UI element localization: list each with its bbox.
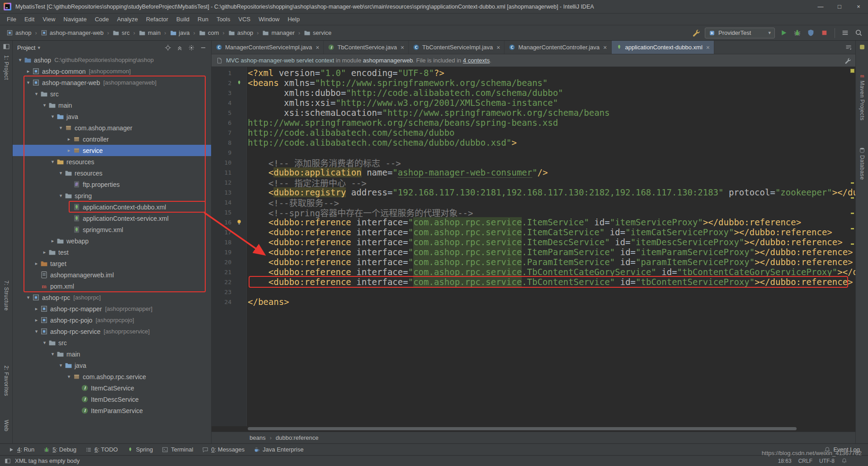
tree-item-webapp[interactable]: ▸webapp xyxy=(13,235,211,247)
nav-crumb-java[interactable]: java xyxy=(168,29,192,37)
editor-breadcrumb-dubbo:reference[interactable]: dubbo:reference xyxy=(276,434,319,441)
tree-toggle-expanded-icon[interactable]: ▾ xyxy=(41,340,48,346)
tab-list-icon[interactable] xyxy=(845,44,852,51)
tool-window-switcher-icon[interactable] xyxy=(3,43,10,50)
tree-toggle-expanded-icon[interactable]: ▾ xyxy=(33,328,40,334)
toolwindow-button-event-log[interactable]: Event Log xyxy=(820,446,864,453)
code-line-10[interactable]: 10 <!-- 添加服务消费者的标志 --> xyxy=(212,157,855,167)
tree-item-test[interactable]: ▸test xyxy=(13,247,211,258)
toolwindow-button-spring[interactable]: Spring xyxy=(123,446,158,453)
stripe-favorites-button[interactable]: 2: Favorites xyxy=(3,366,9,396)
toolwindow-button-4-run[interactable]: 4: Run xyxy=(4,446,39,453)
code-line-4[interactable]: 4 xmlns:xsi="http://www.w3.org/2001/XMLS… xyxy=(212,98,855,108)
tree-item-main[interactable]: ▾main xyxy=(13,100,211,111)
code-line-20[interactable]: 20 <dubbo:reference interface="com.ashop… xyxy=(212,257,855,267)
code-line-18[interactable]: 18 <dubbo:reference interface="com.ashop… xyxy=(212,237,855,247)
menu-run[interactable]: Run xyxy=(193,16,212,23)
menu-tools[interactable]: Tools xyxy=(212,16,234,23)
tree-item-com.ashop.rpc.service[interactable]: ▾com.ashop.rpc.service xyxy=(13,371,211,382)
code-line-1[interactable]: 1<?xml version="1.0" encoding="UTF-8"?> xyxy=(212,68,855,78)
tree-item-controller[interactable]: ▸controller xyxy=(13,133,211,145)
tree-toggle-collapsed-icon[interactable]: ▸ xyxy=(49,238,57,244)
nav-crumb-com[interactable]: com xyxy=(197,29,221,37)
close-button[interactable]: × xyxy=(849,0,868,13)
warning-stripe-mark[interactable] xyxy=(851,213,854,214)
nav-crumb-main[interactable]: main xyxy=(137,29,162,37)
tree-item-applicationContext-service.xml[interactable]: applicationContext-service.xml xyxy=(13,213,211,224)
warning-stripe-mark[interactable] xyxy=(851,182,854,184)
tree-item-resources[interactable]: ▾resources xyxy=(13,167,211,179)
run-button[interactable] xyxy=(779,28,788,38)
code-line-15[interactable]: 15 <!--spring容器中存在一个远程服务的代理对象--> xyxy=(212,207,855,217)
toolwindow-button-6-todo[interactable]: 6: TODO xyxy=(81,446,123,453)
toolwindow-button-0-messages[interactable]: 0: Messages xyxy=(198,446,249,453)
tree-item-ashop-manager-web[interactable]: ▾ashop-manager-web[ashopmanagerweb] xyxy=(13,77,211,88)
tree-toggle-expanded-icon[interactable]: ▾ xyxy=(65,374,73,380)
tree-item-applicationContext-dubbo.xml[interactable]: applicationContext-dubbo.xml xyxy=(13,201,211,213)
nav-crumb-ashop[interactable]: ashop xyxy=(226,29,255,37)
code-line-3[interactable]: 3 xmlns:dubbo="http://code.alibabatech.c… xyxy=(212,88,855,98)
collapse-all-button[interactable] xyxy=(176,44,183,51)
tree-item-springmvc.xml[interactable]: springmvc.xml xyxy=(13,224,211,235)
toolwindow-button-terminal[interactable]: Terminal xyxy=(157,446,198,453)
tree-toggle-expanded-icon[interactable]: ▾ xyxy=(49,114,57,119)
tree-item-ashop-rpc-mapper[interactable]: ▸ashop-rpc-mapper[ashoprpcmapper] xyxy=(13,303,211,314)
tree-item-spring[interactable]: ▾spring xyxy=(13,190,211,201)
editor-breadcrumb-beans[interactable]: beans xyxy=(250,434,265,441)
tree-item-ItemParamService[interactable]: IItemParamService xyxy=(13,405,211,416)
stripe-project-button[interactable]: 1: Project xyxy=(3,55,9,80)
tree-toggle-expanded-icon[interactable]: ▾ xyxy=(16,57,24,63)
tree-item-com.ashop.manager[interactable]: ▾com.ashop.manager xyxy=(13,122,211,133)
tree-toggle-expanded-icon[interactable]: ▾ xyxy=(57,125,65,131)
nav-crumb-ashop[interactable]: ashop xyxy=(5,29,33,37)
tree-item-ftp.properties[interactable]: #ftp.properties xyxy=(13,179,211,190)
run-config-selector[interactable]: ProviderTest ▾ xyxy=(705,28,775,38)
menu-code[interactable]: Code xyxy=(91,16,113,23)
editor-tab-ManagerContentServiceImpl.java[interactable]: CManagerContentServiceImpl.java× xyxy=(212,41,324,54)
tree-item-src[interactable]: ▾src xyxy=(13,88,211,100)
tree-item-src[interactable]: ▾src xyxy=(13,337,211,348)
status-UTF-8[interactable]: UTF-8 xyxy=(819,458,835,464)
horizontal-scrollbar[interactable] xyxy=(212,426,855,432)
menu-help[interactable]: Help xyxy=(283,16,304,23)
code-line-8[interactable]: 8http://code.alibabatech.com/schema/dubb… xyxy=(212,138,855,147)
tree-item-service[interactable]: ▸service xyxy=(13,145,211,156)
debug-button[interactable] xyxy=(793,28,802,38)
panel-title-chevron-icon[interactable]: ▾ xyxy=(38,45,40,51)
stripe-maven-projects-button[interactable]: m Maven Projects xyxy=(859,72,865,120)
tree-item-ItemDescService[interactable]: IItemDescService xyxy=(13,394,211,405)
nav-crumb-ashop-manager-web[interactable]: ashop-manager-web xyxy=(39,29,105,37)
editor-tab-TbContentService.java[interactable]: ITbContentService.java× xyxy=(324,41,409,54)
tree-toggle-collapsed-icon[interactable]: ▸ xyxy=(33,261,40,266)
menu-analyze[interactable]: Analyze xyxy=(113,16,142,23)
tree-item-ashop-rpc[interactable]: ▾ashop-rpc[ashoprpc] xyxy=(13,292,211,303)
inspection-indicator-icon[interactable] xyxy=(850,69,854,73)
tree-item-main[interactable]: ▾main xyxy=(13,348,211,360)
tree-item-ashop-common[interactable]: ▸ashop-common[ashopcommon] xyxy=(13,66,211,77)
stripe-database-button[interactable]: Database xyxy=(859,147,865,180)
toolwindow-button-5-debug[interactable]: 5: Debug xyxy=(39,446,81,453)
search-everywhere-icon[interactable] xyxy=(854,28,863,38)
code-line-12[interactable]: 12 <!-- 指定注册中心 --> xyxy=(212,177,855,187)
menu-edit[interactable]: Edit xyxy=(20,16,38,23)
tree-item-java[interactable]: ▾java xyxy=(13,360,211,371)
code-line-5[interactable]: 5 xsi:schemaLocation="http://www.springf… xyxy=(212,108,855,118)
stripe-web-button[interactable]: Web xyxy=(3,420,9,432)
tree-toggle-expanded-icon[interactable]: ▾ xyxy=(57,362,65,368)
tree-toggle-collapsed-icon[interactable]: ▸ xyxy=(65,136,73,142)
menu-refactor[interactable]: Refactor xyxy=(142,16,172,23)
tree-toggle-expanded-icon[interactable]: ▾ xyxy=(33,91,40,97)
tree-toggle-collapsed-icon[interactable]: ▸ xyxy=(24,68,32,74)
scrollbar-thumb[interactable] xyxy=(248,427,797,430)
tree-toggle-collapsed-icon[interactable]: ▸ xyxy=(33,317,40,323)
toolwindow-button-java-enterprise[interactable]: Java Enterprise xyxy=(249,446,308,453)
editor-tab-applicationContext-dubbo.xml[interactable]: applicationContext-dubbo.xml× xyxy=(612,41,714,54)
code-line-23[interactable]: 23 xyxy=(212,287,855,297)
code-line-16[interactable]: 16 <dubbo:reference interface="com.ashop… xyxy=(212,217,855,227)
stripe-structure-button[interactable]: 7: Structure xyxy=(3,281,9,311)
tree-item-ashopmanagerweb.iml[interactable]: ashopmanagerweb.iml xyxy=(13,269,211,281)
status-toolwindow-icon[interactable] xyxy=(5,458,11,464)
tree-toggle-expanded-icon[interactable]: ▾ xyxy=(24,295,32,300)
nav-crumb-src[interactable]: src xyxy=(111,29,131,37)
warning-stripe-mark[interactable] xyxy=(851,197,854,199)
